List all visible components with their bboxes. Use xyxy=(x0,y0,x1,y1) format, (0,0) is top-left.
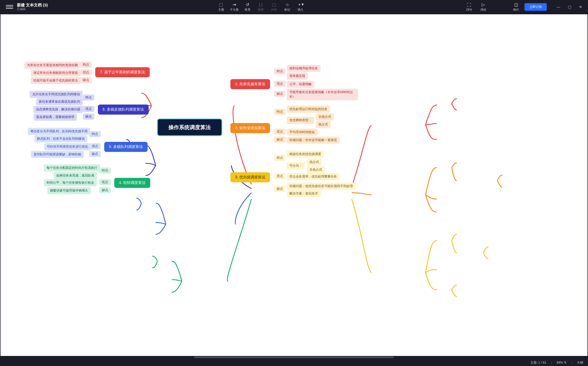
marker-icon: ☆ xyxy=(285,2,289,7)
branch-4[interactable]: 4. 轮转调度算法 xyxy=(114,178,150,188)
relation-button[interactable]: ↺联系 xyxy=(242,1,253,13)
central-topic[interactable]: 操作系统调度算法 xyxy=(157,119,222,136)
boundary-icon: ▢ xyxy=(272,2,276,7)
b3-c2[interactable]: 解决方案：老化技术 xyxy=(287,190,321,197)
b6-feature[interactable]: 特点 xyxy=(83,94,94,101)
b7-p1[interactable]: 保证所有任务都能获得合理资源 xyxy=(31,69,80,76)
relation-icon: ↺ xyxy=(246,2,249,7)
b4-f2[interactable]: 如果任务未完成，返回队尾 xyxy=(54,172,97,179)
b4-pro[interactable]: 优点 xyxy=(99,179,111,185)
horizontal-scrollbar[interactable] xyxy=(1,356,587,359)
branch-1[interactable]: 1. 先来先服务算法 xyxy=(230,79,270,89)
b2-pro[interactable]: 优点 xyxy=(274,129,286,135)
b1-p1[interactable]: 公平、容易理解 xyxy=(287,81,314,88)
b3-f2a[interactable]: 抢占式 xyxy=(307,159,322,166)
b1-feature[interactable]: 特点 xyxy=(274,68,286,74)
b5-c1[interactable]: 某些队列可能资源紧缺，影响性能 xyxy=(31,151,84,158)
b3-f2[interactable]: 可分为： xyxy=(287,162,305,169)
branch-6[interactable]: 6. 多级反馈队列调度算法 xyxy=(98,105,149,115)
b2-f2[interactable]: 包含两种类型： xyxy=(287,117,314,124)
insert-icon: ＋▾ xyxy=(297,2,304,7)
b4-con[interactable]: 缺点 xyxy=(99,187,111,193)
b5-f1[interactable]: 将任务分为不同队列，队列间优先级不同 xyxy=(28,128,90,135)
b3-f1[interactable]: 根据任务的优先级调度 xyxy=(287,151,324,158)
subtopic-button[interactable]: ⇥子主题 xyxy=(229,1,240,13)
b4-f1[interactable]: 每个任务分配固定的时间片轮流执行 xyxy=(44,164,100,171)
b1-pro[interactable]: 优点 xyxy=(274,81,286,87)
status-bar: 主题: 1 / 61 | 84% ⇅ | 大纲 xyxy=(0,359,588,366)
b5-p1[interactable]: 可针对不同类型任务进行优化 xyxy=(44,143,91,150)
marker-button[interactable]: ☆标记 xyxy=(281,1,293,13)
b3-c1[interactable]: 饥饿问题：低优先级任务可能长期得不到处理 xyxy=(287,183,355,190)
present-icon: ▷ xyxy=(482,2,485,7)
b7-f1[interactable]: 为所有任务尽量提供相同的资源份额 xyxy=(24,62,80,69)
b7-feature[interactable]: 特点 xyxy=(80,62,92,68)
b3-f2b[interactable]: 非抢占式 xyxy=(307,166,325,173)
window-maximize[interactable]: ▢ xyxy=(564,3,575,11)
b6-f2[interactable]: 新任务通常放在高优先级队列 xyxy=(36,98,83,105)
document-title: 新建 文本文档 (3) 已编辑 xyxy=(17,3,48,11)
window-minimize[interactable]: — xyxy=(553,3,564,11)
branch-5[interactable]: 5. 多级队列调度算法 xyxy=(104,142,148,152)
canvas[interactable]: 操作系统调度算法 1. 先来先服务算法 特点 优点 缺点 按到达顺序处理任务 简… xyxy=(1,14,587,359)
b4-c1[interactable]: 频繁切换可能导致开销增大 xyxy=(47,187,91,194)
b5-f2[interactable]: 静态队列：任务不会在队列间移动 xyxy=(34,135,87,142)
b2-feature[interactable]: 特点 xyxy=(274,109,286,115)
topic-button[interactable]: ⬚主题 xyxy=(215,1,227,13)
b2-con[interactable]: 缺点 xyxy=(274,137,286,143)
b3-feature[interactable]: 特点 xyxy=(274,155,286,161)
b7-con[interactable]: 缺点 xyxy=(80,77,92,83)
subscribe-button[interactable]: 立即订阅 xyxy=(525,3,547,11)
format-button[interactable]: ◫格式 xyxy=(510,1,522,13)
branch-2[interactable]: 2. 短作业优先算法 xyxy=(230,123,270,133)
summary-button: [·]概要 xyxy=(255,1,267,13)
zen-icon: ⛶ xyxy=(467,3,471,7)
toolbar-right: ⛶ZEN ▷演说 ◫格式 立即订阅 — ▢ ✕ xyxy=(463,1,586,13)
zoom-level[interactable]: 84% ⇅ xyxy=(557,361,567,364)
b1-c1[interactable]: 可能导致长任务阻塞现象（长作业等待时间过长） xyxy=(287,89,358,100)
b6-f1[interactable]: 允许任务在不同优先级队列间移动 xyxy=(30,91,83,98)
b1-f2[interactable]: 简单易实现 xyxy=(287,73,308,80)
b5-con[interactable]: 缺点 xyxy=(89,151,101,157)
branch-7[interactable]: 7. 基于公平原则的调度算法 xyxy=(95,67,150,77)
topic-icon: ⬚ xyxy=(219,2,223,7)
b5-pro[interactable]: 优点 xyxy=(89,143,101,149)
b7-c1[interactable]: 性能可能不如基于优先级的算法 xyxy=(31,77,80,84)
summary-icon: [·] xyxy=(259,2,262,7)
b2-p1[interactable]: 平均等待时间较短 xyxy=(287,129,317,136)
topic-count: 主题: 1 / 61 xyxy=(530,360,546,365)
b2-f1[interactable]: 优先处理运行时间短的任务 xyxy=(287,106,330,113)
b6-c1[interactable]: 复杂度较高，需要精细管理 xyxy=(34,114,77,121)
b2-c1[interactable]: 饥饿问题：长作业可能被一直推迟 xyxy=(287,137,340,144)
b6-pro[interactable]: 优点 xyxy=(83,106,94,112)
scroll-thumb[interactable] xyxy=(194,356,394,358)
b1-con[interactable]: 缺点 xyxy=(274,91,286,97)
present-button[interactable]: ▷演说 xyxy=(477,1,489,13)
b5-feature[interactable]: 特点 xyxy=(89,131,101,137)
toolbar-center: ⬚主题 ⇥子主题 ↺联系 [·]概要 ▢外框 ☆标记 ＋▾插入 xyxy=(58,1,463,13)
file-state: 已编辑 xyxy=(17,7,48,11)
b3-con[interactable]: 缺点 xyxy=(274,186,286,192)
subtopic-icon: ⇥ xyxy=(233,2,236,7)
branch-3[interactable]: 3. 优先级调度算法 xyxy=(230,172,270,182)
boundary-button: ▢外框 xyxy=(268,1,280,13)
file-name: 新建 文本文档 (3) xyxy=(17,3,48,7)
b4-feature[interactable]: 特点 xyxy=(99,168,111,174)
b6-con[interactable]: 缺点 xyxy=(83,114,94,120)
b7-pro[interactable]: 优点 xyxy=(80,69,92,75)
b4-p1[interactable]: 时间公平，每个任务都有执行机会 xyxy=(44,179,97,186)
outline-toggle[interactable]: 大纲 xyxy=(577,360,583,365)
insert-button[interactable]: ＋▾插入 xyxy=(295,1,306,13)
menu-icon[interactable] xyxy=(6,3,13,11)
b6-p1[interactable]: 动态调整优先级，解决饥饿问题 xyxy=(33,106,83,113)
format-icon: ◫ xyxy=(514,2,518,7)
b3-p1[interactable]: 符合业务需求，优先处理重要任务 xyxy=(287,173,340,180)
b1-f1[interactable]: 按到达顺序处理任务 xyxy=(287,65,321,72)
window-close[interactable]: ✕ xyxy=(575,3,586,11)
zen-button[interactable]: ⛶ZEN xyxy=(463,1,475,13)
b2-f2b[interactable]: 抢占式 xyxy=(316,121,331,128)
titlebar: 新建 文本文档 (3) 已编辑 ⬚主题 ⇥子主题 ↺联系 [·]概要 ▢外框 ☆… xyxy=(0,0,588,14)
b2-f2a[interactable]: 非抢占式 xyxy=(316,113,334,120)
b3-pro[interactable]: 优点 xyxy=(274,173,286,179)
